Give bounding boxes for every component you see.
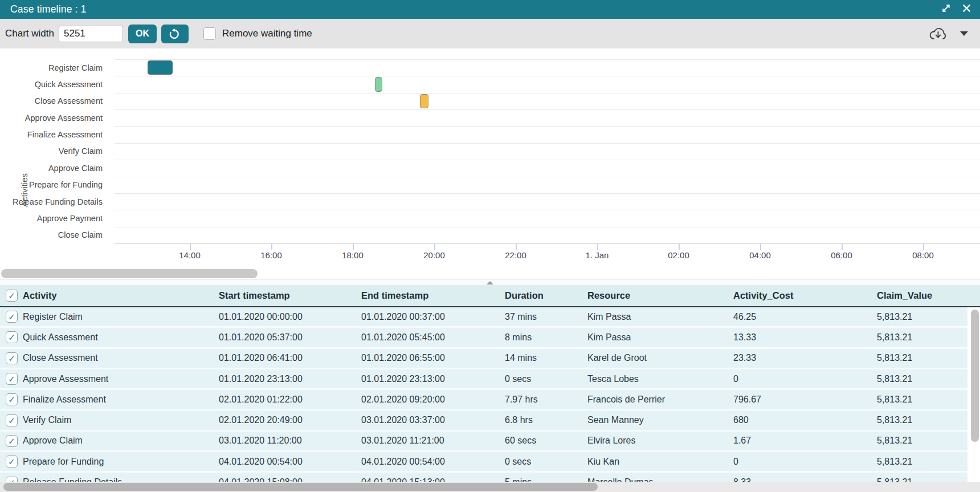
gridline bbox=[115, 76, 980, 76]
row-checkbox[interactable]: ✓ bbox=[6, 311, 18, 323]
x-tick-mark bbox=[271, 243, 272, 250]
row-checkbox-cell: ✓ bbox=[0, 414, 23, 426]
cell-claim: 5,813.21 bbox=[877, 415, 967, 425]
cell-cost: 13.33 bbox=[733, 332, 877, 343]
download-button[interactable] bbox=[927, 26, 949, 42]
check-icon: ✓ bbox=[8, 353, 15, 362]
cell-resource: Tesca Lobes bbox=[587, 374, 733, 384]
cell-resource: Kim Passa bbox=[587, 332, 733, 343]
x-axis: 14:0016:0018:0020:0022:001. Jan02:0004:0… bbox=[115, 243, 980, 266]
reset-icon bbox=[169, 28, 181, 40]
activity-label: Finalize Assessment bbox=[0, 126, 103, 143]
download-options-button[interactable] bbox=[958, 26, 970, 42]
table-row[interactable]: ✓Quick Assessment01.01.2020 05:37:0001.0… bbox=[0, 328, 967, 348]
cell-resource: Kiu Kan bbox=[587, 457, 733, 467]
table-row[interactable]: ✓Approve Claim03.01.2020 11:20:0003.01.2… bbox=[0, 432, 967, 452]
select-all-cell: ✓ bbox=[0, 290, 23, 302]
collapse-arrow-icon bbox=[487, 281, 493, 284]
table-header: ✓ActivityStart timestampEnd timestampDur… bbox=[0, 285, 980, 307]
column-header: End timestamp bbox=[361, 290, 505, 301]
gantt-bar[interactable] bbox=[375, 77, 382, 91]
cell-cost: 0 bbox=[733, 374, 877, 384]
cell-claim: 5,813.21 bbox=[877, 457, 967, 467]
remove-waiting-label: Remove waiting time bbox=[222, 28, 312, 39]
table-row[interactable]: ✓Finalize Assessment02.01.2020 01:22:000… bbox=[0, 390, 967, 410]
activity-label: Close Claim bbox=[0, 227, 103, 243]
cell-claim: 5,813.21 bbox=[877, 374, 967, 384]
expand-button[interactable] bbox=[938, 2, 954, 18]
x-tick-label: 06:00 bbox=[831, 250, 852, 260]
chart-horizontal-scrollbar[interactable] bbox=[1, 269, 258, 278]
table-body: ✓Register Claim01.01.2020 00:00:0001.01.… bbox=[0, 307, 980, 482]
x-tick-label: 08:00 bbox=[912, 250, 934, 260]
table-row[interactable]: ✓Approve Assessment01.01.2020 23:13:0001… bbox=[0, 369, 967, 390]
check-icon: ✓ bbox=[8, 375, 15, 383]
cell-activity: Finalize Assessment bbox=[23, 395, 219, 405]
check-icon: ✓ bbox=[8, 291, 15, 300]
x-tick-label: 22:00 bbox=[505, 250, 526, 260]
ok-button[interactable]: OK bbox=[128, 25, 157, 43]
cell-resource: Elvira Lores bbox=[587, 436, 733, 446]
table-row[interactable]: ✓Close Assessment01.01.2020 06:41:0001.0… bbox=[0, 349, 967, 369]
row-checkbox[interactable]: ✓ bbox=[6, 477, 18, 482]
table-vertical-scrollbar[interactable] bbox=[971, 310, 979, 442]
close-button[interactable] bbox=[958, 2, 974, 18]
row-checkbox-cell: ✓ bbox=[0, 477, 23, 482]
cell-activity: Release Funding Details bbox=[23, 477, 219, 482]
cell-activity: Approve Claim bbox=[23, 436, 219, 446]
cell-start: 02.01.2020 01:22:00 bbox=[219, 395, 361, 405]
cell-start: 01.01.2020 06:41:00 bbox=[219, 353, 361, 363]
row-checkbox[interactable]: ✓ bbox=[6, 393, 18, 405]
cell-start: 01.01.2020 00:00:00 bbox=[219, 312, 361, 322]
reset-button[interactable] bbox=[161, 25, 189, 43]
toolbar: Chart width OK ✓ Remove waiting time bbox=[0, 19, 980, 48]
cell-cost: 0 bbox=[733, 457, 877, 467]
cell-cost: 23.33 bbox=[733, 353, 877, 363]
cell-cost: 46.25 bbox=[733, 312, 877, 322]
column-header: Activity bbox=[23, 290, 219, 301]
cell-claim: 5,813.21 bbox=[877, 332, 967, 343]
x-tick-label: 1. Jan bbox=[586, 250, 609, 260]
gantt-bar[interactable] bbox=[420, 94, 428, 108]
table-horizontal-scrollbar[interactable] bbox=[3, 483, 598, 491]
row-checkbox[interactable]: ✓ bbox=[6, 414, 18, 426]
x-tick-label: 04:00 bbox=[749, 250, 771, 260]
gridline bbox=[115, 227, 980, 227]
cell-end: 03.01.2020 03:37:00 bbox=[361, 415, 505, 425]
row-checkbox[interactable]: ✓ bbox=[6, 373, 18, 385]
cell-end: 01.01.2020 06:55:00 bbox=[361, 353, 505, 363]
cell-activity: Approve Assessment bbox=[23, 374, 219, 384]
cell-start: 04.01.2020 00:54:00 bbox=[219, 457, 361, 467]
column-header: Claim_Value bbox=[877, 290, 980, 301]
x-tick-mark bbox=[353, 243, 354, 250]
table-row[interactable]: ✓Release Funding Details04.01.2020 15:08… bbox=[0, 473, 967, 482]
select-all-checkbox[interactable]: ✓ bbox=[6, 290, 18, 302]
cell-duration: 5 mins bbox=[505, 477, 587, 482]
row-checkbox-cell: ✓ bbox=[0, 352, 23, 364]
x-tick-label: 16:00 bbox=[260, 250, 282, 260]
remove-waiting-checkbox[interactable]: ✓ bbox=[203, 27, 216, 40]
row-checkbox[interactable]: ✓ bbox=[6, 456, 18, 467]
table-row[interactable]: ✓Verify Claim02.01.2020 20:49:0003.01.20… bbox=[0, 410, 967, 431]
chart-width-input[interactable] bbox=[59, 26, 123, 42]
cell-end: 01.01.2020 05:45:00 bbox=[361, 332, 505, 343]
cell-duration: 0 secs bbox=[505, 457, 587, 467]
cell-end: 02.01.2020 09:20:00 bbox=[361, 395, 505, 405]
row-checkbox[interactable]: ✓ bbox=[6, 435, 18, 447]
x-tick-mark bbox=[760, 243, 761, 250]
table-row[interactable]: ✓Register Claim01.01.2020 00:00:0001.01.… bbox=[0, 307, 967, 328]
cell-cost: 680 bbox=[733, 415, 877, 425]
column-header: Duration bbox=[505, 290, 587, 301]
cell-end: 03.01.2020 11:21:00 bbox=[361, 436, 505, 446]
table-row[interactable]: ✓Prepare for Funding04.01.2020 00:54:000… bbox=[0, 452, 967, 473]
gridline bbox=[115, 59, 980, 60]
row-checkbox[interactable]: ✓ bbox=[6, 352, 18, 364]
row-checkbox-cell: ✓ bbox=[0, 456, 23, 467]
gantt-bar[interactable] bbox=[148, 60, 173, 75]
cell-resource: Sean Manney bbox=[587, 415, 733, 425]
row-checkbox-cell: ✓ bbox=[0, 311, 23, 323]
row-checkbox[interactable]: ✓ bbox=[6, 331, 18, 343]
cell-end: 01.01.2020 23:13:00 bbox=[361, 374, 505, 384]
cell-resource: Marcello Dumas bbox=[587, 477, 733, 482]
x-tick-label: 18:00 bbox=[342, 250, 364, 260]
